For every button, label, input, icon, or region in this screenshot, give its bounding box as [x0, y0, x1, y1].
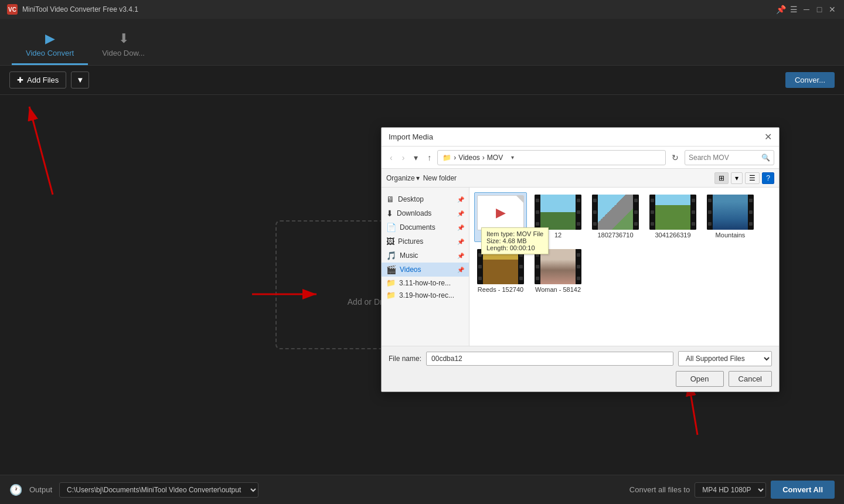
sidebar-item-documents[interactable]: 📄 Documents 📌	[382, 220, 469, 234]
sidebar-item-pictures[interactable]: 🖼 Pictures 📌	[382, 234, 469, 248]
sidebar-folder-2[interactable]: 📁 3.19-how-to-rec...	[382, 289, 469, 301]
dialog-action-row: Open Cancel	[389, 371, 772, 387]
nav-back-button[interactable]: ‹	[386, 151, 396, 165]
file-thumbnail-3041266319	[649, 195, 696, 230]
tab-video-download[interactable]: ⬇ Video Dow...	[88, 26, 159, 65]
tab-video-convert-label: Video Convert	[26, 49, 74, 57]
film-strip-right-6	[576, 249, 581, 284]
maximize-button[interactable]: □	[815, 5, 824, 14]
dialog-close-button[interactable]: ✕	[764, 131, 772, 142]
breadcrumb-dropdown[interactable]: ▾	[508, 152, 518, 163]
file-item-3041266319[interactable]: 3041266319	[646, 192, 699, 242]
pin-button[interactable]: 📌	[776, 5, 785, 14]
filename-label: File name:	[389, 355, 421, 363]
view-details-button[interactable]: ☰	[745, 172, 760, 184]
clock-icon: 🕐	[9, 483, 22, 496]
sidebar-folder-1[interactable]: 📁 3.11-how-to-re...	[382, 277, 469, 289]
nav-up-button[interactable]: ↑	[424, 151, 435, 165]
film-hole	[536, 265, 539, 268]
sidebar-item-desktop[interactable]: 🖥 Desktop 📌	[382, 192, 469, 206]
file-label-1802736710: 1802736710	[592, 231, 639, 239]
thumb-woman-bg	[540, 249, 576, 284]
film-hole	[593, 210, 597, 214]
film-hole	[577, 265, 580, 268]
film-hole	[634, 210, 638, 214]
add-files-dropdown[interactable]: ▼	[71, 71, 89, 88]
tab-video-convert[interactable]: ▶ Video Convert	[12, 26, 88, 65]
open-button[interactable]: Open	[676, 371, 724, 387]
documents-icon: 📄	[386, 223, 396, 232]
file-item-woman[interactable]: Woman - 58142	[532, 247, 584, 295]
film-hole	[749, 199, 753, 202]
filename-input[interactable]	[426, 352, 673, 366]
filename-row: File name: All Supported Files	[389, 351, 772, 366]
import-media-dialog: Import Media ✕ ‹ › ▾ ↑ 📁 › Videos › MOV	[381, 127, 780, 392]
file-thumbnail-woman	[535, 249, 581, 284]
sidebar-item-downloads[interactable]: ⬇ Downloads 📌	[382, 206, 469, 220]
thumb-content-2	[598, 195, 633, 230]
tab-bar: ▶ Video Convert ⬇ Video Dow...	[0, 19, 844, 66]
new-folder-button[interactable]: New folder	[423, 174, 457, 182]
thumb-green-bg	[655, 195, 690, 230]
sidebar-item-music[interactable]: 🎵 Music 📌	[382, 248, 469, 263]
folder-2-icon: 📁	[386, 291, 396, 299]
film-strip-left-5	[477, 249, 483, 284]
logo-text: VC	[8, 6, 16, 13]
close-button[interactable]: ✕	[828, 5, 837, 14]
film-hole	[478, 253, 482, 257]
format-select[interactable]: MP4 HD 1080P	[695, 482, 766, 498]
thumb-content	[540, 195, 576, 230]
film-hole	[536, 222, 539, 226]
file-item-reeds[interactable]: Reeds - 152740	[474, 247, 527, 295]
film-strip-left-2	[592, 195, 598, 230]
title-bar-left: VC MiniTool Video Converter Free v3.4.1	[7, 4, 138, 15]
thumb-content-6	[540, 249, 576, 284]
title-bar: VC MiniTool Video Converter Free v3.4.1 …	[0, 0, 844, 19]
search-input[interactable]	[689, 154, 759, 162]
add-files-label: Add Files	[27, 76, 59, 84]
output-label: Output	[29, 485, 52, 494]
view-help-button[interactable]: ?	[762, 172, 774, 184]
menu-button[interactable]: ☰	[789, 5, 798, 14]
file-thumbnail-reeds	[477, 249, 524, 284]
view-dropdown-button[interactable]: ▾	[731, 172, 743, 184]
file-label-3041266319: 3041266319	[649, 231, 696, 239]
filetype-select[interactable]: All Supported Files	[678, 351, 772, 366]
desktop-icon: 🖥	[386, 195, 394, 204]
folder-1-label: 3.11-how-to-re...	[399, 279, 451, 287]
thumb-content-5	[483, 249, 518, 284]
nav-forward-button[interactable]: ›	[399, 151, 409, 165]
film-hole	[651, 199, 654, 202]
sidebar-item-videos[interactable]: 🎬 Videos 📌	[382, 263, 469, 277]
view-large-icons-button[interactable]: ⊞	[714, 172, 729, 184]
sidebar-downloads-label: Downloads	[397, 209, 431, 217]
film-hole	[651, 222, 654, 226]
convert-all-button[interactable]: Convert All	[771, 481, 835, 499]
output-path-select[interactable]: C:\Users\bj\Documents\MiniTool Video Con…	[59, 482, 258, 498]
file-item-landscape[interactable]: 12	[532, 192, 584, 242]
nav-refresh-button[interactable]: ↻	[668, 151, 682, 165]
minimize-button[interactable]: ─	[802, 5, 811, 14]
add-files-button[interactable]: ✚ Add Files	[9, 71, 66, 88]
film-hole	[519, 277, 523, 280]
file-item-1802736710[interactable]: 1802736710	[589, 192, 642, 242]
file-item-mountains[interactable]: Mountains	[704, 192, 757, 242]
film-hole	[478, 265, 482, 268]
organize-button[interactable]: Organize ▾	[386, 174, 420, 182]
file-item-00cdba12[interactable]: ▶ 00cdba12	[474, 192, 527, 242]
cancel-button[interactable]: Cancel	[729, 371, 772, 387]
dialog-title: Import Media	[389, 132, 433, 141]
film-strip-right-5	[518, 249, 524, 284]
dialog-overlay: Import Media ✕ ‹ › ▾ ↑ 📁 › Videos › MOV	[0, 95, 844, 475]
convert-to-button[interactable]: Conver...	[785, 72, 835, 88]
add-files-icon: ✚	[17, 76, 23, 84]
file-thumbnail-mountains	[707, 195, 754, 230]
convert-to-label: Conver...	[795, 76, 825, 84]
folder-2-label: 3.19-how-to-rec...	[399, 291, 454, 299]
pictures-icon: 🖼	[386, 237, 394, 246]
dialog-bottom: File name: All Supported Files Open Canc…	[382, 346, 779, 391]
search-box: 🔍	[685, 150, 774, 165]
breadcrumb[interactable]: 📁 › Videos › MOV ▾	[437, 150, 666, 165]
nav-dropdown-button[interactable]: ▾	[410, 151, 421, 165]
app-title: MiniTool Video Converter Free v3.4.1	[22, 5, 138, 13]
